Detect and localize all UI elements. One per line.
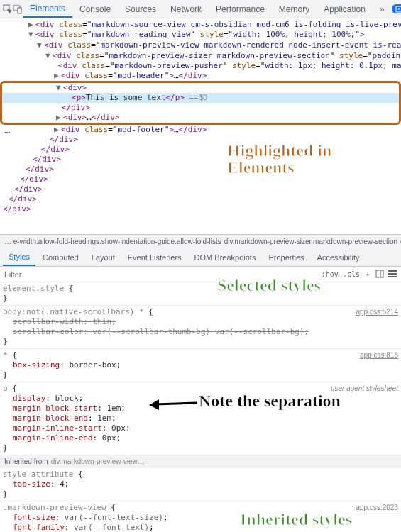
selector[interactable]: body:not(.native-scrollbars) *: [3, 307, 144, 316]
inherited-separator: Inherited from div.markdown-preview-view…: [0, 455, 401, 468]
disclosure-icon[interactable]: ▼: [45, 51, 53, 61]
elements-tree[interactable]: ▶<div class="markdown-source-view cm-s-o…: [0, 18, 401, 234]
tab-performance[interactable]: Performance: [209, 0, 272, 18]
ua-label: user agent stylesheet: [331, 384, 398, 394]
tab-memory[interactable]: Memory: [272, 0, 317, 18]
svg-rect-9: [388, 276, 397, 277]
svg-rect-5: [376, 270, 383, 277]
svg-rect-8: [388, 273, 397, 275]
disclosure-icon[interactable]: ▶: [56, 113, 63, 123]
selector[interactable]: *: [3, 350, 8, 360]
crumb-item[interactable]: … e-width.allow-fold-headings.show-inden…: [4, 238, 221, 245]
disclosure-icon[interactable]: ▶: [28, 20, 35, 30]
styles-panel[interactable]: element.style { } app.css:5214 body:not(…: [0, 282, 401, 532]
styles-tab-event-listeners[interactable]: Event Listeners: [122, 248, 187, 266]
breadcrumb[interactable]: … e-width.allow-fold-headings.show-inden…: [0, 234, 401, 248]
more-indicator: …: [4, 125, 11, 135]
class-attr: markdown-source-view cm-s-obsidian mod-c…: [92, 20, 402, 29]
disclosure-icon[interactable]: ▼: [56, 83, 63, 93]
styles-menu-icon[interactable]: [388, 270, 397, 279]
inspect-element-icon[interactable]: [3, 1, 13, 18]
source-link[interactable]: app.css:5214: [356, 307, 399, 317]
selector[interactable]: style attribute: [3, 470, 73, 479]
tab-elements[interactable]: Elements: [23, 0, 72, 18]
styles-tab-styles[interactable]: Styles: [3, 248, 35, 266]
disclosure-icon[interactable]: ▶: [54, 125, 61, 135]
styles-tab-layout[interactable]: Layout: [86, 248, 121, 266]
disclosure-icon[interactable]: ▶: [54, 71, 61, 81]
svg-rect-2: [18, 8, 21, 13]
issues-badge[interactable]: 1: [392, 4, 401, 13]
cls-toggle[interactable]: .cls: [343, 270, 360, 278]
highlight-box: ▼<div> <p>This is some text</p> == $0 </…: [0, 81, 401, 125]
disclosure-icon[interactable]: ▼: [28, 30, 35, 40]
selector[interactable]: p: [3, 384, 8, 393]
inherited-link[interactable]: div.markdown-preview-view…: [51, 457, 145, 467]
styles-tab-properties[interactable]: Properties: [263, 248, 309, 266]
selected-element[interactable]: <p>This is some text</p> == $0: [2, 93, 399, 103]
styles-tab-dom-breakpoints[interactable]: DOM Breakpoints: [189, 248, 262, 266]
tab-console[interactable]: Console: [72, 0, 118, 18]
styles-sidebar-icon[interactable]: [375, 270, 384, 279]
selector[interactable]: element.style: [3, 284, 64, 293]
styles-tab-accessibility[interactable]: Accessibility: [312, 248, 366, 266]
new-style-icon[interactable]: ＋: [364, 270, 371, 279]
hov-toggle[interactable]: :hov: [322, 270, 339, 278]
selector[interactable]: .markdown-preview-view: [3, 503, 106, 512]
dollar-zero: == $0: [189, 94, 208, 101]
svg-rect-7: [388, 270, 397, 272]
styles-filter-input[interactable]: [4, 270, 322, 279]
device-toolbar-icon[interactable]: [13, 1, 23, 18]
disclosure-icon[interactable]: ▼: [37, 40, 44, 50]
tab-sources[interactable]: Sources: [118, 0, 163, 18]
source-link[interactable]: app.css:818: [360, 350, 398, 360]
styles-tab-computed[interactable]: Computed: [37, 248, 84, 266]
tabs-overflow[interactable]: »: [373, 0, 392, 18]
devtools-tabs: Elements Console Sources Network Perform…: [23, 0, 392, 18]
tab-application[interactable]: Application: [317, 0, 373, 18]
tab-network[interactable]: Network: [163, 0, 209, 18]
crumb-item[interactable]: div.markdown-preview-sizer.markdown-prev…: [224, 238, 397, 245]
source-link[interactable]: app.css:2023: [356, 503, 399, 513]
